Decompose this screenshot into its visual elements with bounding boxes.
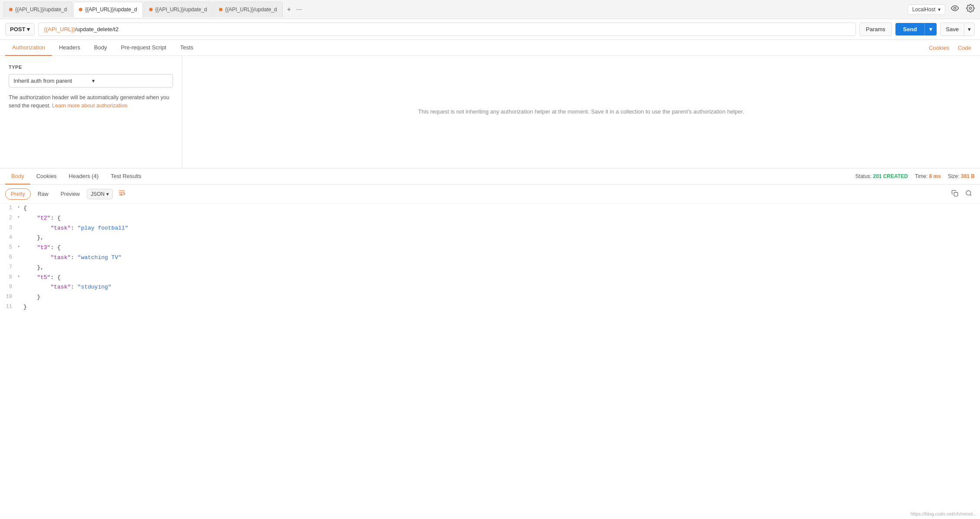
res-tab-test-results[interactable]: Test Results xyxy=(105,169,147,185)
status-label: Status: 201 CREATED xyxy=(856,173,908,179)
line-number: 9 xyxy=(0,283,17,291)
format-raw[interactable]: Raw xyxy=(33,189,54,199)
env-selector: LocalHost ▾ xyxy=(908,2,977,16)
tab-headers[interactable]: Headers xyxy=(52,40,87,56)
request-bar: POST ▾ {{API_URL}}/update_delete/t2 Para… xyxy=(0,19,980,40)
url-path: /update_delete/t2 xyxy=(75,26,118,32)
tab-label-1: {{API_URL}}/update_d xyxy=(15,6,67,13)
auth-type-value: Inherit auth from parent xyxy=(13,78,90,84)
tab-1[interactable]: {{API_URL}}/update_d xyxy=(3,2,72,17)
save-button[interactable]: Save ▾ xyxy=(940,23,975,36)
json-line-8: 8▾ "t5": { xyxy=(0,273,980,283)
line-number: 8 xyxy=(0,273,17,282)
line-content: "task": "stduying" xyxy=(23,283,111,292)
type-label: JSON xyxy=(91,191,105,197)
svg-line-6 xyxy=(970,195,971,196)
response-tabs-bar: Body Cookies Headers (4) Test Results St… xyxy=(0,169,980,185)
tab-dot-1 xyxy=(9,8,13,11)
line-number: 10 xyxy=(0,293,17,301)
tab-dot-3 xyxy=(149,8,153,11)
send-arrow-icon[interactable]: ▾ xyxy=(924,23,937,36)
req-tab-right: Cookies Code xyxy=(925,40,975,55)
res-tab-cookies[interactable]: Cookies xyxy=(30,169,63,185)
svg-rect-4 xyxy=(954,192,958,196)
line-number: 4 xyxy=(0,234,17,242)
request-tabs: Authorization Headers Body Pre-request S… xyxy=(0,40,980,56)
line-content: "t3": { xyxy=(23,243,61,253)
line-content: "task": "watching TV" xyxy=(23,253,121,263)
chevron-down-icon: ▾ xyxy=(27,26,30,32)
collapse-arrow[interactable]: ▾ xyxy=(17,273,23,280)
search-button[interactable] xyxy=(963,188,975,200)
learn-more-link[interactable]: Learn more about authorization xyxy=(52,103,127,109)
line-number: 1 xyxy=(0,204,17,212)
tab-authorization[interactable]: Authorization xyxy=(5,40,52,56)
status-value: 201 CREATED xyxy=(873,173,908,179)
line-content: } xyxy=(23,293,40,302)
wrap-button[interactable] xyxy=(114,187,129,201)
response-format-toolbar: Pretty Raw Preview JSON ▾ xyxy=(0,185,980,204)
res-tab-headers[interactable]: Headers (4) xyxy=(63,169,105,185)
tab-pre-request-script[interactable]: Pre-request Script xyxy=(114,40,173,56)
chevron-down-icon: ▾ xyxy=(938,6,941,13)
tab-bar: {{API_URL}}/update_d {{API_URL}}/update_… xyxy=(0,0,980,19)
collapse-arrow[interactable]: ▾ xyxy=(17,243,23,250)
tab-label-2: {{API_URL}}/update_d xyxy=(85,6,137,13)
cookies-link[interactable]: Cookies xyxy=(925,40,953,55)
line-number: 7 xyxy=(0,263,17,272)
tab-actions: + ··· xyxy=(285,4,304,15)
line-content: "task": "play football" xyxy=(23,224,128,233)
method-selector[interactable]: POST ▾ xyxy=(5,23,35,36)
json-line-6: 6 "task": "watching TV" xyxy=(0,253,980,263)
type-selector[interactable]: JSON ▾ xyxy=(87,189,113,199)
json-line-5: 5▾ "t3": { xyxy=(0,243,980,253)
save-label: Save xyxy=(941,23,964,36)
res-tab-body[interactable]: Body xyxy=(5,169,30,185)
line-content: "t2": { xyxy=(23,214,61,223)
eye-icon[interactable] xyxy=(949,2,961,16)
tab-dot-2 xyxy=(79,8,82,11)
settings-icon[interactable] xyxy=(964,2,977,16)
line-content: } xyxy=(23,303,27,312)
json-line-1: 1▾{ xyxy=(0,204,980,214)
line-content: }, xyxy=(23,263,44,272)
line-number: 11 xyxy=(0,303,17,311)
auth-right-panel: This request is not inheriting any autho… xyxy=(182,56,980,168)
tab-3[interactable]: {{API_URL}}/update_d xyxy=(144,2,212,17)
line-number: 5 xyxy=(0,243,17,252)
tab-body[interactable]: Body xyxy=(87,40,114,56)
response-actions xyxy=(949,188,975,200)
tab-dot-4 xyxy=(219,8,222,11)
response-stats: Status: 201 CREATED Time: 8 ms Size: 301… xyxy=(856,173,975,179)
line-content: { xyxy=(23,204,27,213)
tab-label-3: {{API_URL}}/update_d xyxy=(155,6,207,13)
collapse-arrow[interactable]: ▾ xyxy=(17,214,23,221)
copy-button[interactable] xyxy=(949,188,961,200)
chevron-down-icon: ▾ xyxy=(106,191,109,197)
collapse-arrow[interactable]: ▾ xyxy=(17,204,23,211)
send-button[interactable]: Send ▾ xyxy=(895,23,937,36)
tab-2[interactable]: {{API_URL}}/update_d xyxy=(73,2,142,17)
tab-4[interactable]: {{API_URL}}/update_d xyxy=(213,2,282,17)
add-tab-button[interactable]: + xyxy=(285,4,293,15)
code-link[interactable]: Code xyxy=(954,40,975,55)
format-pretty[interactable]: Pretty xyxy=(5,188,31,200)
json-line-4: 4 }, xyxy=(0,233,980,243)
format-preview[interactable]: Preview xyxy=(56,189,85,199)
env-label: LocalHost xyxy=(912,6,935,13)
method-label: POST xyxy=(10,26,25,32)
size-value: 301 B xyxy=(961,173,975,179)
env-dropdown[interactable]: LocalHost ▾ xyxy=(908,4,945,15)
json-line-11: 11} xyxy=(0,302,980,312)
json-line-7: 7 }, xyxy=(0,263,980,273)
params-button[interactable]: Params xyxy=(859,23,892,36)
auth-type-select[interactable]: Inherit auth from parent ▾ xyxy=(9,74,173,88)
tab-tests[interactable]: Tests xyxy=(173,40,200,56)
more-tabs-button[interactable]: ··· xyxy=(294,4,304,15)
time-value: 8 ms xyxy=(929,173,941,179)
auth-description: The authorization header will be automat… xyxy=(9,94,173,110)
save-arrow-icon[interactable]: ▾ xyxy=(964,23,974,36)
line-number: 3 xyxy=(0,224,17,232)
tab-label-4: {{API_URL}}/update_d xyxy=(225,6,277,13)
url-display[interactable]: {{API_URL}}/update_delete/t2 xyxy=(38,23,856,36)
